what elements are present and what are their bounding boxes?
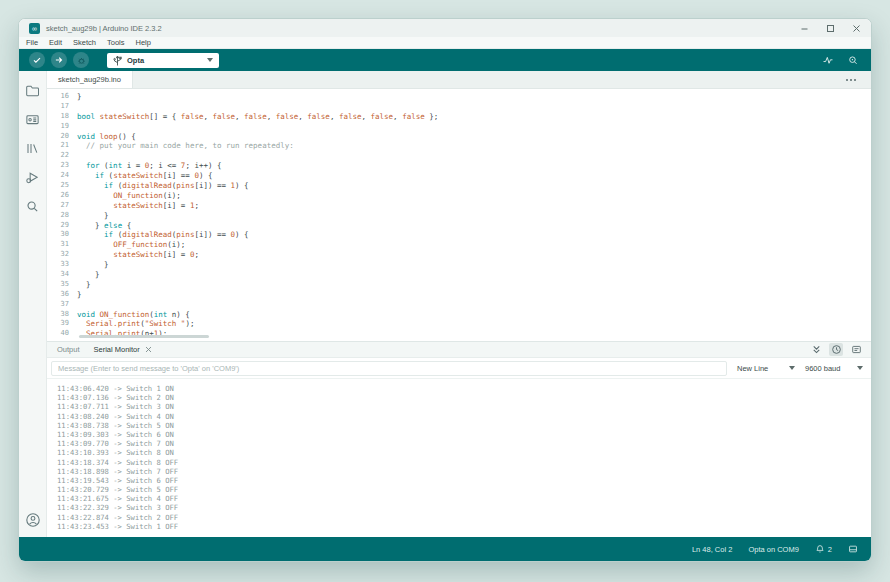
line-number[interactable]: 28 bbox=[47, 211, 77, 221]
sidebar-item-sketchbook[interactable] bbox=[24, 81, 42, 99]
code-line[interactable]: 38void ON_function(int n) { bbox=[47, 310, 871, 320]
close-tab-icon[interactable] bbox=[145, 346, 152, 353]
line-number[interactable]: 29 bbox=[47, 221, 77, 231]
line-number[interactable]: 36 bbox=[47, 290, 77, 300]
serial-monitor-button[interactable] bbox=[847, 55, 859, 66]
code-line[interactable]: 28 } bbox=[47, 211, 871, 221]
menu-item-help[interactable]: Help bbox=[135, 38, 150, 47]
sidebar-item-search[interactable] bbox=[24, 197, 42, 215]
close-icon[interactable] bbox=[852, 24, 861, 33]
code-line[interactable]: 31 OFF_function(i); bbox=[47, 240, 871, 250]
serial-monitor-output[interactable]: 11:43:06.420 -> Switch 1 ON11:43:07.136 … bbox=[47, 379, 871, 537]
timestamp-toggle-icon[interactable] bbox=[829, 343, 843, 356]
code-line[interactable]: 18bool stateSwitch[] = { false, false, f… bbox=[47, 112, 871, 122]
clear-output-icon[interactable] bbox=[849, 343, 863, 356]
line-number[interactable]: 30 bbox=[47, 230, 77, 240]
collapse-panel-icon[interactable] bbox=[809, 343, 823, 356]
line-number[interactable]: 22 bbox=[47, 151, 77, 161]
line-number[interactable]: 20 bbox=[47, 132, 77, 142]
board-icon bbox=[25, 112, 40, 127]
code-text: void ON_function(int n) { bbox=[77, 310, 190, 320]
board-connection-status[interactable]: Opta on COM9 bbox=[748, 545, 798, 554]
code-text: } bbox=[77, 270, 100, 280]
horizontal-scrollbar[interactable] bbox=[79, 335, 209, 338]
baud-rate-select[interactable]: 9600 baud bbox=[805, 364, 863, 373]
line-number[interactable]: 39 bbox=[47, 319, 77, 329]
sidebar-item-boards-manager[interactable] bbox=[24, 110, 42, 128]
serial-plotter-button[interactable] bbox=[822, 55, 834, 66]
panel-toggle-icon[interactable] bbox=[848, 544, 858, 554]
upload-button[interactable] bbox=[51, 52, 67, 68]
notifications-button[interactable]: 2 bbox=[815, 544, 832, 554]
maximize-icon[interactable] bbox=[826, 24, 835, 33]
code-line[interactable]: 19 bbox=[47, 122, 871, 132]
line-number[interactable]: 37 bbox=[47, 300, 77, 310]
line-number[interactable]: 25 bbox=[47, 181, 77, 191]
code-editor[interactable]: 16}1718bool stateSwitch[] = { false, fal… bbox=[47, 89, 871, 341]
tab-overflow-menu-icon[interactable] bbox=[845, 71, 857, 88]
code-line[interactable]: 17 bbox=[47, 102, 871, 112]
usb-icon bbox=[113, 55, 122, 66]
code-line[interactable]: 36} bbox=[47, 290, 871, 300]
line-number[interactable]: 23 bbox=[47, 161, 77, 171]
code-line[interactable]: 22 bbox=[47, 151, 871, 161]
code-line[interactable]: 32 stateSwitch[i] = 0; bbox=[47, 250, 871, 260]
line-number[interactable]: 33 bbox=[47, 260, 77, 270]
minimize-icon[interactable] bbox=[800, 24, 809, 33]
line-number[interactable]: 34 bbox=[47, 270, 77, 280]
menu-bar: FileEditSketchToolsHelp bbox=[19, 37, 871, 49]
line-number[interactable]: 40 bbox=[47, 329, 77, 339]
code-text: } bbox=[77, 280, 91, 290]
line-number[interactable]: 17 bbox=[47, 102, 77, 112]
code-line[interactable]: 23 for (int i = 0; i <= 7; i++) { bbox=[47, 161, 871, 171]
serial-plotter-icon bbox=[822, 55, 834, 66]
code-line[interactable]: 34 } bbox=[47, 270, 871, 280]
line-number[interactable]: 27 bbox=[47, 201, 77, 211]
sidebar-item-library-manager[interactable] bbox=[24, 139, 42, 157]
code-line[interactable]: 39 Serial.print("Switch "); bbox=[47, 319, 871, 329]
line-number[interactable]: 35 bbox=[47, 280, 77, 290]
code-line[interactable]: 21 // put your main code here, to run re… bbox=[47, 141, 871, 151]
line-number[interactable]: 31 bbox=[47, 240, 77, 250]
menu-item-file[interactable]: File bbox=[26, 38, 38, 47]
code-line[interactable]: 30 if (digitalRead(pins[i]) == 0) { bbox=[47, 230, 871, 240]
menu-item-tools[interactable]: Tools bbox=[107, 38, 125, 47]
line-ending-select[interactable]: New Line bbox=[737, 364, 795, 373]
bug-icon bbox=[76, 55, 87, 66]
baud-rate-value: 9600 baud bbox=[805, 364, 840, 373]
verify-button[interactable] bbox=[29, 52, 45, 68]
code-line[interactable]: 26 ON_function(i); bbox=[47, 191, 871, 201]
menu-item-sketch[interactable]: Sketch bbox=[73, 38, 96, 47]
code-line[interactable]: 20void loop() { bbox=[47, 132, 871, 142]
line-number[interactable]: 19 bbox=[47, 122, 77, 132]
line-number[interactable]: 24 bbox=[47, 171, 77, 181]
board-selector[interactable]: Opta bbox=[107, 53, 219, 68]
account-button[interactable] bbox=[24, 511, 42, 529]
line-number[interactable]: 32 bbox=[47, 250, 77, 260]
code-line[interactable]: 24 if (stateSwitch[i] == 0) { bbox=[47, 171, 871, 181]
tab-sketch-file[interactable]: sketch_aug29b.ino bbox=[47, 71, 133, 88]
tab-output[interactable]: Output bbox=[57, 345, 80, 354]
code-line[interactable]: 25 if (digitalRead(pins[i]) == 1) { bbox=[47, 181, 871, 191]
cursor-position[interactable]: Ln 48, Col 2 bbox=[692, 545, 732, 554]
line-number[interactable]: 38 bbox=[47, 310, 77, 320]
title-bar[interactable]: ∞ sketch_aug29b | Arduino IDE 2.3.2 bbox=[19, 19, 871, 37]
editor-tab-bar: sketch_aug29b.ino bbox=[47, 71, 871, 89]
sidebar-item-debug[interactable] bbox=[24, 168, 42, 186]
serial-message-input[interactable] bbox=[51, 361, 727, 376]
line-number[interactable]: 18 bbox=[47, 112, 77, 122]
menu-item-edit[interactable]: Edit bbox=[49, 38, 62, 47]
folder-icon bbox=[25, 83, 40, 98]
code-line[interactable]: 35 } bbox=[47, 280, 871, 290]
debug-button[interactable] bbox=[73, 52, 89, 68]
line-number[interactable]: 21 bbox=[47, 141, 77, 151]
tab-serial-monitor[interactable]: Serial Monitor bbox=[94, 345, 152, 354]
code-line[interactable]: 33 } bbox=[47, 260, 871, 270]
code-line[interactable]: 16} bbox=[47, 92, 871, 102]
code-line[interactable]: 37 bbox=[47, 300, 871, 310]
code-line[interactable]: 29 } else { bbox=[47, 221, 871, 231]
code-text: bool stateSwitch[] = { false, false, fal… bbox=[77, 112, 438, 122]
code-line[interactable]: 27 stateSwitch[i] = 1; bbox=[47, 201, 871, 211]
line-number[interactable]: 16 bbox=[47, 92, 77, 102]
line-number[interactable]: 26 bbox=[47, 191, 77, 201]
